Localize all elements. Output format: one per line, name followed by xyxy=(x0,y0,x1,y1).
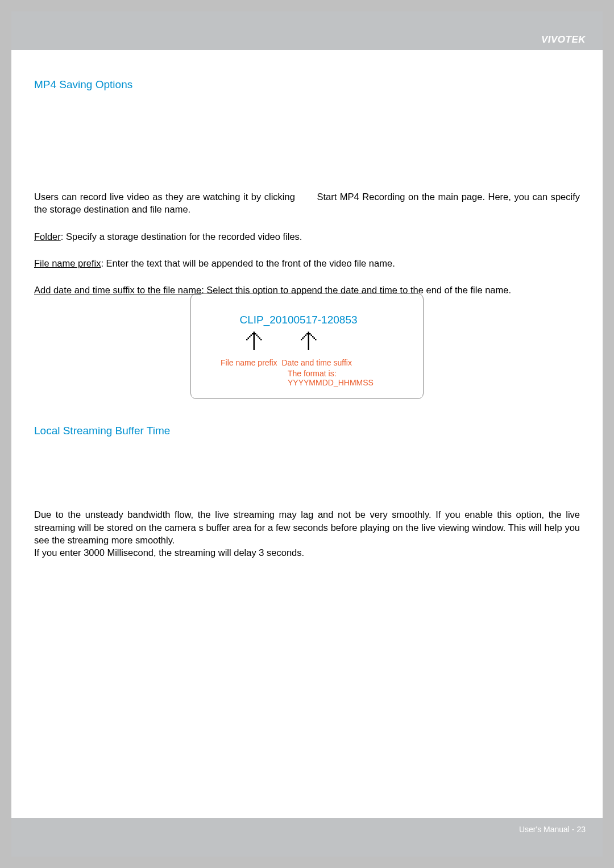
header-band: VIVOTEK xyxy=(11,11,603,50)
manual-page: VIVOTEK MP4 Saving Options Users can rec… xyxy=(11,11,603,857)
streaming-paragraph-1: Due to the unsteady bandwidth flow, the … xyxy=(34,508,580,546)
up-arrow-icon: 🡡 xyxy=(243,331,266,354)
label-format: The format is: YYYYMMDD_HHMMSS xyxy=(288,369,406,387)
arrows-row: 🡡 🡡 xyxy=(208,331,406,356)
prefix-paragraph: File name prefix: Enter the text that wi… xyxy=(34,257,580,269)
page-content: MP4 Saving Options Users can record live… xyxy=(11,78,603,559)
label-file-name-prefix: File name prefix xyxy=(221,358,277,367)
local-streaming-heading: Local Streaming Buffer Time xyxy=(34,425,580,437)
intro-paragraph: Users can record live video as they are … xyxy=(34,190,580,216)
diagram-labels: File name prefix Date and time suffix Th… xyxy=(208,358,406,387)
up-arrow-icon: 🡡 xyxy=(298,331,321,354)
page-number: User's Manual - 23 xyxy=(519,825,586,834)
filename-diagram: CLIP_20100517-120853 🡡 🡡 File name prefi… xyxy=(190,293,424,399)
folder-label: Folder xyxy=(34,231,61,242)
prefix-label: File name prefix xyxy=(34,258,101,268)
suffix-label: Add date and time suffix to the file nam… xyxy=(34,285,201,295)
prefix-text: : Enter the text that will be appended t… xyxy=(101,258,395,268)
example-filename: CLIP_20100517-120853 xyxy=(191,314,406,326)
footer-band: User's Manual - 23 xyxy=(11,818,603,857)
suffix-text: : Select this option to append the date … xyxy=(201,285,511,295)
folder-text: : Specify a storage destination for the … xyxy=(61,231,302,242)
suffix-paragraph: Add date and time suffix to the file nam… xyxy=(34,284,580,296)
streaming-paragraph-2: If you enter 3000 Millisecond, the strea… xyxy=(34,546,580,559)
brand-logo: VIVOTEK xyxy=(541,34,586,45)
mp4-saving-heading: MP4 Saving Options xyxy=(34,78,580,91)
label-date-time-suffix: Date and time suffix xyxy=(281,358,351,367)
intro-text-1: Users can record live video as they are … xyxy=(34,192,295,202)
folder-paragraph: Folder: Specify a storage destination fo… xyxy=(34,230,580,243)
